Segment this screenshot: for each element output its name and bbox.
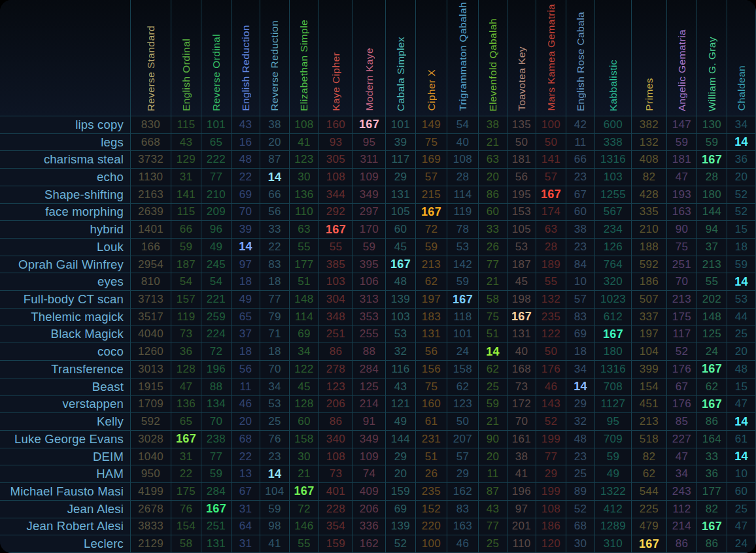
value-cell[interactable]: 82 [632,448,667,466]
value-cell[interactable]: 141 [171,186,201,204]
value-cell[interactable]: 23 [566,169,595,186]
value-cell[interactable]: 30 [566,535,595,553]
value-cell[interactable]: 121 [386,396,416,414]
value-cell[interactable]: 59 [667,134,697,152]
value-cell[interactable]: 128 [171,361,201,378]
value-cell[interactable]: 830 [131,116,171,134]
value-cell[interactable]: 305 [319,151,353,169]
value-cell[interactable]: 57 [416,169,447,186]
value-cell[interactable]: 57 [447,448,479,466]
value-cell[interactable]: 284 [353,361,386,378]
value-cell[interactable]: 167 [595,326,632,344]
column-header-kaye-cipher[interactable]: Kaye Cipher [319,0,353,116]
value-cell[interactable]: 412 [595,501,632,518]
value-cell[interactable]: 143 [536,396,566,414]
value-cell[interactable]: 32 [386,343,416,361]
value-cell[interactable]: 37 [232,326,260,344]
value-cell[interactable]: 112 [667,501,697,518]
value-cell[interactable]: 66 [171,221,201,239]
value-cell[interactable]: 86 [667,535,697,553]
column-header-kabbalistic[interactable]: Kabbalistic [595,0,632,116]
value-cell[interactable]: 1260 [131,343,171,361]
value-cell[interactable]: 157 [171,291,201,309]
value-cell[interactable]: 136 [171,396,201,414]
value-cell[interactable]: 44 [727,309,756,326]
value-cell[interactable]: 89 [566,483,595,501]
value-cell[interactable]: 135 [507,116,536,134]
value-cell[interactable]: 104 [632,343,667,361]
value-cell[interactable]: 213 [697,256,727,274]
value-cell[interactable]: 154 [171,518,201,536]
value-cell[interactable]: 20 [386,465,416,483]
row-label-beast[interactable]: Beast [0,378,131,396]
value-cell[interactable]: 47 [727,518,756,536]
value-cell[interactable]: 24 [447,343,479,361]
value-cell[interactable]: 38 [566,221,595,239]
value-cell[interactable]: 507 [632,291,667,309]
value-cell[interactable]: 139 [386,291,416,309]
value-cell[interactable]: 54 [447,116,479,134]
value-cell[interactable]: 177 [290,256,319,274]
row-label-luke-george-evans[interactable]: Luke George Evans [0,431,131,448]
value-cell[interactable]: 3013 [131,361,171,378]
value-cell[interactable]: 103 [319,273,353,291]
value-cell[interactable]: 61 [727,431,756,448]
value-cell[interactable]: 86 [479,186,507,204]
value-cell[interactable]: 708 [595,378,632,396]
value-cell[interactable]: 14 [260,465,290,483]
value-cell[interactable]: 221 [201,291,232,309]
value-cell[interactable]: 59 [171,239,201,256]
column-header-english-reduction[interactable]: English Reduction [232,0,260,116]
value-cell[interactable]: 2678 [131,501,171,518]
value-cell[interactable]: 73 [319,465,353,483]
value-cell[interactable]: 255 [353,326,386,344]
value-cell[interactable]: 186 [632,273,667,291]
value-cell[interactable]: 109 [353,448,386,466]
value-cell[interactable]: 335 [632,204,667,222]
value-cell[interactable]: 34 [290,343,319,361]
value-cell[interactable]: 45 [290,378,319,396]
value-cell[interactable]: 567 [595,204,632,222]
value-cell[interactable]: 59 [447,273,479,291]
value-cell[interactable]: 243 [667,483,697,501]
value-cell[interactable]: 354 [319,518,353,536]
value-cell[interactable]: 399 [632,361,667,378]
value-cell[interactable]: 66 [566,151,595,169]
value-cell[interactable]: 82 [632,169,667,186]
row-label-black-magick[interactable]: Black Magick [0,326,131,344]
value-cell[interactable]: 60 [386,221,416,239]
value-cell[interactable]: 349 [353,186,386,204]
value-cell[interactable]: 167 [201,501,232,518]
value-cell[interactable]: 53 [507,239,536,256]
value-cell[interactable]: 77 [479,518,507,536]
value-cell[interactable]: 20 [232,413,260,431]
row-label-jean-robert-alesi[interactable]: Jean Robert Alesi [0,518,131,536]
value-cell[interactable]: 108 [536,501,566,518]
value-cell[interactable]: 34 [260,378,290,396]
value-cell[interactable]: 56 [260,204,290,222]
value-cell[interactable]: 167 [290,483,319,501]
value-cell[interactable]: 313 [353,291,386,309]
value-cell[interactable]: 1289 [595,518,632,536]
value-cell[interactable]: 63 [479,151,507,169]
value-cell[interactable]: 82 [697,501,727,518]
value-cell[interactable]: 146 [290,518,319,536]
value-cell[interactable]: 167 [697,518,727,536]
value-cell[interactable]: 18 [566,343,595,361]
value-cell[interactable]: 206 [319,396,353,414]
value-cell[interactable]: 41 [507,465,536,483]
value-cell[interactable]: 166 [131,239,171,256]
value-cell[interactable]: 25 [260,413,290,431]
value-cell[interactable]: 23 [566,448,595,466]
value-cell[interactable]: 131 [416,326,447,344]
value-cell[interactable]: 235 [536,309,566,326]
row-label-eyes[interactable]: eyes [0,273,131,291]
value-cell[interactable]: 251 [201,518,232,536]
value-cell[interactable]: 49 [595,465,632,483]
value-cell[interactable]: 114 [447,186,479,204]
value-cell[interactable]: 59 [727,256,756,274]
value-cell[interactable]: 297 [353,204,386,222]
row-label-louk[interactable]: Louk [0,239,131,256]
value-cell[interactable]: 170 [353,221,386,239]
value-cell[interactable]: 70 [260,361,290,378]
